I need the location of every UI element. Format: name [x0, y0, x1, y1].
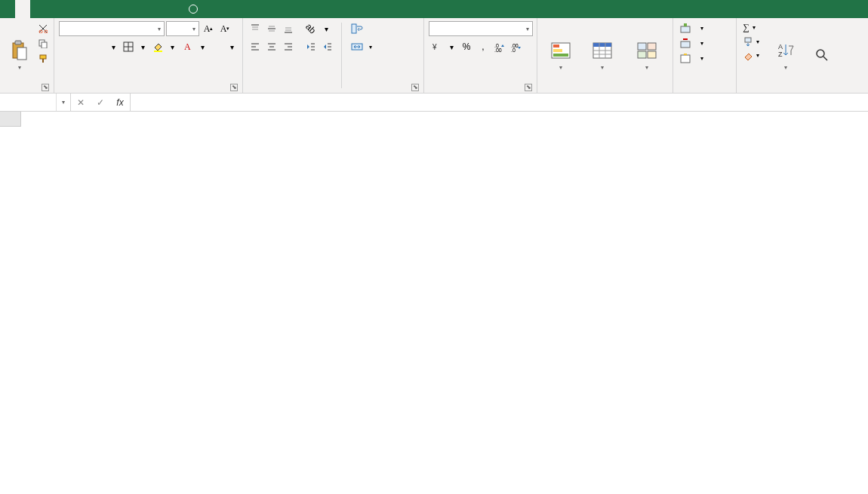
number-format-combo[interactable]: ▾: [429, 21, 533, 36]
fill-down-icon: [743, 36, 753, 47]
tab-data[interactable]: [75, 0, 91, 18]
orientation-button[interactable]: ab: [303, 21, 319, 36]
insert-function-button[interactable]: fx: [110, 94, 130, 111]
dialog-launcher-icon[interactable]: ⬊: [525, 84, 532, 91]
align-right-button[interactable]: [281, 39, 296, 54]
svg-rect-45: [553, 44, 559, 48]
sort-filter-icon: AZ: [775, 40, 796, 61]
worksheet[interactable]: [0, 112, 868, 494]
tab-help[interactable]: [136, 0, 151, 18]
increase-decimal-button[interactable]: .0.00: [492, 39, 507, 54]
find-icon: [811, 44, 833, 66]
bulb-icon: [189, 5, 198, 14]
find-button[interactable]: [811, 21, 833, 90]
svg-text:A: A: [778, 43, 783, 51]
delete-cells-button[interactable]: ▾: [678, 36, 731, 50]
tab-view[interactable]: [106, 0, 121, 18]
svg-rect-61: [681, 55, 690, 63]
insert-icon: [679, 22, 691, 34]
decrease-indent-button[interactable]: [303, 39, 319, 54]
align-center-button[interactable]: [264, 39, 279, 54]
grow-font-button[interactable]: A▴: [201, 21, 216, 36]
svg-rect-7: [40, 55, 46, 59]
svg-text:.0: .0: [511, 48, 516, 52]
sort-filter-button[interactable]: AZ ▾: [764, 21, 808, 90]
format-icon: [679, 52, 691, 64]
percent-button[interactable]: %: [459, 39, 474, 54]
tab-review[interactable]: [91, 0, 106, 18]
svg-rect-1: [15, 41, 21, 44]
select-all-corner[interactable]: [0, 112, 21, 127]
align-left-button[interactable]: [248, 39, 263, 54]
format-cells-button[interactable]: ▾: [678, 51, 731, 65]
cell-styles-button[interactable]: ▾: [625, 21, 668, 90]
fill-color-button[interactable]: [150, 39, 165, 54]
tab-pdf[interactable]: [151, 0, 166, 18]
svg-text:Z: Z: [778, 51, 783, 58]
tell-me[interactable]: [181, 0, 208, 18]
name-box[interactable]: ▾: [0, 94, 71, 111]
align-middle-button[interactable]: [264, 21, 279, 36]
tab-insert[interactable]: [30, 0, 45, 18]
cancel-formula-button[interactable]: ✕: [71, 94, 91, 111]
accounting-dropdown[interactable]: ▾: [445, 41, 457, 53]
font-name-combo[interactable]: ▾: [59, 21, 165, 36]
cut-button[interactable]: [37, 23, 49, 35]
accounting-format-button[interactable]: ¥: [429, 39, 444, 54]
formula-input[interactable]: [131, 94, 868, 111]
italic-button[interactable]: [75, 39, 91, 54]
shrink-font-button[interactable]: A▾: [217, 21, 232, 36]
border-dropdown[interactable]: ▾: [137, 41, 149, 53]
tab-file[interactable]: [0, 0, 15, 18]
cell-styles-icon: [636, 40, 657, 61]
fill-button[interactable]: ▾: [741, 35, 761, 48]
chevron-down-icon: ▾: [18, 64, 21, 71]
paste-button[interactable]: ▾: [5, 21, 34, 90]
svg-point-65: [817, 50, 824, 57]
conditional-format-icon: [550, 40, 571, 61]
svg-text:.00: .00: [494, 48, 502, 52]
copy-button[interactable]: [37, 38, 49, 50]
conditional-format-button[interactable]: ▾: [542, 21, 579, 90]
phonetic-dropdown[interactable]: ▾: [226, 41, 238, 53]
clear-button[interactable]: ▾: [741, 49, 761, 61]
menu-tabs: [0, 0, 868, 18]
increase-indent-button[interactable]: [320, 39, 335, 54]
svg-rect-49: [593, 43, 611, 47]
name-box-input[interactable]: [0, 94, 56, 111]
underline-dropdown[interactable]: ▾: [108, 41, 120, 53]
delete-icon: [679, 37, 691, 49]
name-box-dropdown[interactable]: ▾: [56, 94, 70, 111]
font-size-combo[interactable]: ▾: [166, 21, 199, 36]
merge-center-button[interactable]: ▾: [348, 39, 375, 54]
comma-button[interactable]: ,: [476, 39, 491, 54]
dialog-launcher-icon[interactable]: ⬊: [411, 84, 419, 91]
phonetic-button[interactable]: [210, 39, 225, 54]
enter-formula-button[interactable]: ✓: [91, 94, 110, 111]
format-painter-button[interactable]: [37, 53, 49, 65]
insert-cells-button[interactable]: ▾: [678, 21, 731, 35]
tab-formulas[interactable]: [60, 0, 75, 18]
align-top-button[interactable]: [248, 21, 263, 36]
format-table-button[interactable]: ▾: [582, 21, 622, 90]
font-color-dropdown[interactable]: ▾: [196, 41, 208, 53]
font-color-button[interactable]: A: [180, 39, 195, 54]
underline-button[interactable]: [91, 39, 106, 54]
merge-icon: [351, 41, 363, 53]
wrap-text-button[interactable]: [348, 21, 375, 36]
dialog-launcher-icon[interactable]: ⬊: [42, 84, 49, 91]
tab-layout[interactable]: [45, 0, 60, 18]
align-bottom-button[interactable]: [281, 21, 296, 36]
svg-rect-46: [553, 49, 562, 52]
svg-rect-54: [638, 43, 646, 50]
tab-home[interactable]: [15, 0, 30, 18]
fill-color-dropdown[interactable]: ▾: [167, 41, 179, 53]
tab-powerpivot[interactable]: [166, 0, 181, 18]
dialog-launcher-icon[interactable]: ⬊: [230, 84, 238, 91]
tab-dev[interactable]: [121, 0, 136, 18]
orientation-dropdown[interactable]: ▾: [320, 23, 332, 35]
autosum-button[interactable]: ∑▾: [741, 21, 761, 34]
border-button[interactable]: [121, 39, 136, 54]
bold-button[interactable]: [59, 39, 74, 54]
decrease-decimal-button[interactable]: .00.0: [509, 39, 524, 54]
